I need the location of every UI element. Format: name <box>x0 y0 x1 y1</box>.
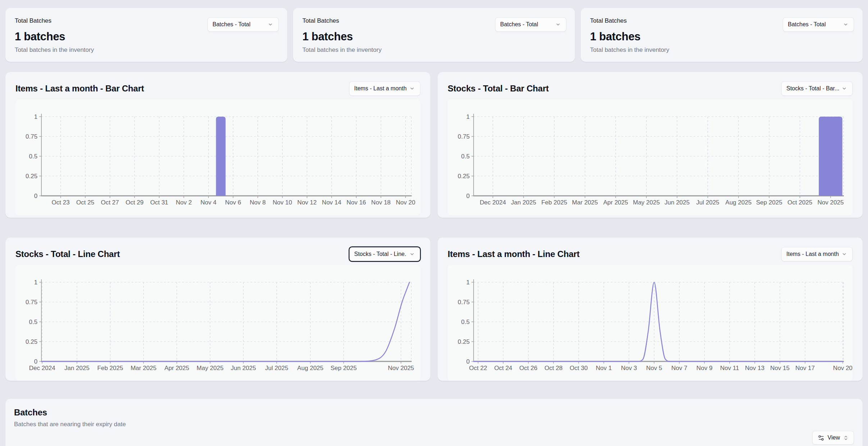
stat-card-total-batches-1: Total Batches Batches - Total 1 batches … <box>5 8 287 62</box>
svg-text:0.75: 0.75 <box>458 299 470 306</box>
stat-description: Total batches in the inventory <box>15 46 278 54</box>
svg-text:Oct 31: Oct 31 <box>150 199 168 206</box>
svg-text:Jul 2025: Jul 2025 <box>696 199 719 206</box>
settings-sliders-icon <box>818 434 824 441</box>
bar-chart-items: 00.250.50.751Oct 23Oct 25Oct 27Oct 29Oct… <box>15 99 420 215</box>
svg-text:Mar 2025: Mar 2025 <box>131 365 156 371</box>
svg-text:1: 1 <box>34 279 37 286</box>
stat-metric-select[interactable]: Batches - Total <box>495 17 566 32</box>
chart-select-value: Items - Last a month -.. <box>786 251 839 257</box>
chevron-down-icon <box>267 21 274 28</box>
stats-row: Total Batches Batches - Total 1 batches … <box>5 8 863 62</box>
chevron-down-icon <box>555 21 561 28</box>
svg-text:Nov 18: Nov 18 <box>371 199 390 206</box>
stat-value: 1 batches <box>15 30 278 43</box>
stat-description: Total batches in the inventory <box>302 46 566 54</box>
svg-text:0.75: 0.75 <box>26 299 37 306</box>
svg-text:Nov 11: Nov 11 <box>720 365 739 371</box>
batches-toolbar: View <box>14 431 854 445</box>
chart-title: Items - Last a month - Bar Chart <box>15 84 144 94</box>
svg-text:Nov 12: Nov 12 <box>297 199 317 206</box>
svg-text:Nov 20: Nov 20 <box>833 365 853 371</box>
chart-title: Stocks - Total - Line Chart <box>15 249 120 259</box>
chevron-down-icon <box>409 85 415 92</box>
chart-select-value: Stocks - Total - Line... <box>354 251 407 257</box>
svg-text:Oct 26: Oct 26 <box>519 365 537 371</box>
svg-text:0.25: 0.25 <box>26 173 37 180</box>
stat-value: 1 batches <box>590 30 853 43</box>
batches-description: Batches that are nearing their expiry da… <box>14 421 854 428</box>
chart-card-stocks-bar: Stocks - Total - Bar Chart Stocks - Tota… <box>438 72 863 218</box>
chevron-down-icon <box>841 251 848 257</box>
svg-text:0: 0 <box>34 358 37 365</box>
svg-text:Jun 2025: Jun 2025 <box>664 199 690 206</box>
svg-text:Jun 2025: Jun 2025 <box>231 365 256 371</box>
view-button[interactable]: View <box>812 431 854 445</box>
svg-text:Nov 8: Nov 8 <box>250 199 266 206</box>
svg-text:0.25: 0.25 <box>458 338 470 345</box>
svg-text:1: 1 <box>466 113 470 120</box>
chart-svg: 00.250.50.751Dec 2024Jan 2025Feb 2025Mar… <box>15 265 420 381</box>
svg-text:Oct 24: Oct 24 <box>494 365 512 371</box>
line-chart-stocks: 00.250.50.751Dec 2024Jan 2025Feb 2025Mar… <box>15 265 420 381</box>
view-button-label: View <box>828 434 840 441</box>
batches-title: Batches <box>14 407 854 418</box>
svg-text:Dec 2024: Dec 2024 <box>29 365 55 371</box>
chart-select-focused[interactable]: Stocks - Total - Line... <box>349 247 420 261</box>
svg-text:Nov 4: Nov 4 <box>201 199 217 206</box>
bar-chart-stocks: 00.250.50.751Dec 2024Jan 2025Feb 2025Mar… <box>448 99 853 215</box>
bar <box>819 117 842 196</box>
svg-text:Sep 2025: Sep 2025 <box>756 199 782 206</box>
svg-text:May 2025: May 2025 <box>633 199 660 206</box>
chart-title: Items - Last a month - Line Chart <box>448 249 580 259</box>
stat-metric-select[interactable]: Batches - Total <box>207 17 279 32</box>
chart-header: Items - Last a month - Bar Chart Items -… <box>15 81 420 96</box>
chart-select[interactable]: Items - Last a month -.. <box>781 247 853 261</box>
svg-text:Nov 2: Nov 2 <box>176 199 192 206</box>
line-chart-items: 00.250.50.751Oct 22Oct 24Oct 26Oct 28Oct… <box>448 265 853 381</box>
svg-text:May 2025: May 2025 <box>197 365 224 371</box>
svg-text:Nov 15: Nov 15 <box>770 365 790 371</box>
chart-select[interactable]: Items - Last a month -.. <box>349 81 420 96</box>
svg-text:Oct 29: Oct 29 <box>125 199 143 206</box>
svg-text:Nov 2025: Nov 2025 <box>817 199 844 206</box>
chart-title: Stocks - Total - Bar Chart <box>448 84 549 94</box>
svg-text:Nov 16: Nov 16 <box>347 199 366 206</box>
stat-metric-select-value: Batches - Total <box>788 21 826 28</box>
svg-text:0.25: 0.25 <box>26 338 37 345</box>
bar <box>216 117 226 196</box>
svg-text:0: 0 <box>34 193 37 199</box>
svg-text:0.5: 0.5 <box>29 319 37 325</box>
svg-text:Mar 2025: Mar 2025 <box>572 199 598 206</box>
svg-text:Apr 2025: Apr 2025 <box>603 199 628 206</box>
chevrons-up-down-icon <box>843 435 849 441</box>
svg-text:0.75: 0.75 <box>26 133 37 140</box>
chevron-down-icon <box>409 251 415 257</box>
chevron-down-icon <box>842 21 849 28</box>
chevron-down-icon <box>841 85 848 92</box>
svg-text:Sep 2025: Sep 2025 <box>330 365 357 371</box>
svg-text:Nov 1: Nov 1 <box>596 365 612 371</box>
svg-text:Nov 6: Nov 6 <box>225 199 241 206</box>
chart-header: Stocks - Total - Line Chart Stocks - Tot… <box>15 246 420 262</box>
chart-select-value: Items - Last a month -.. <box>354 85 407 92</box>
svg-text:0: 0 <box>466 358 470 365</box>
svg-text:Jan 2025: Jan 2025 <box>511 199 536 206</box>
svg-text:Nov 2025: Nov 2025 <box>388 365 414 371</box>
chart-card-items-line: Items - Last a month - Line Chart Items … <box>438 238 863 381</box>
svg-text:0.5: 0.5 <box>29 153 37 160</box>
svg-text:Nov 9: Nov 9 <box>696 365 713 371</box>
svg-text:Oct 25: Oct 25 <box>76 199 94 206</box>
stat-metric-select[interactable]: Batches - Total <box>783 17 854 32</box>
chart-card-items-bar: Items - Last a month - Bar Chart Items -… <box>5 72 430 218</box>
svg-text:Feb 2025: Feb 2025 <box>97 365 123 371</box>
stat-description: Total batches in the inventory <box>590 46 853 54</box>
chart-select[interactable]: Stocks - Total - Bar... <box>781 81 853 96</box>
svg-text:Dec 2024: Dec 2024 <box>480 199 506 206</box>
svg-text:0.5: 0.5 <box>461 153 470 160</box>
stat-value: 1 batches <box>302 30 566 43</box>
charts-row-line: Stocks - Total - Line Chart Stocks - Tot… <box>5 238 863 381</box>
svg-text:Nov 3: Nov 3 <box>621 365 637 371</box>
charts-row-bar: Items - Last a month - Bar Chart Items -… <box>5 72 863 218</box>
dashboard-page: Total Batches Batches - Total 1 batches … <box>0 0 868 446</box>
